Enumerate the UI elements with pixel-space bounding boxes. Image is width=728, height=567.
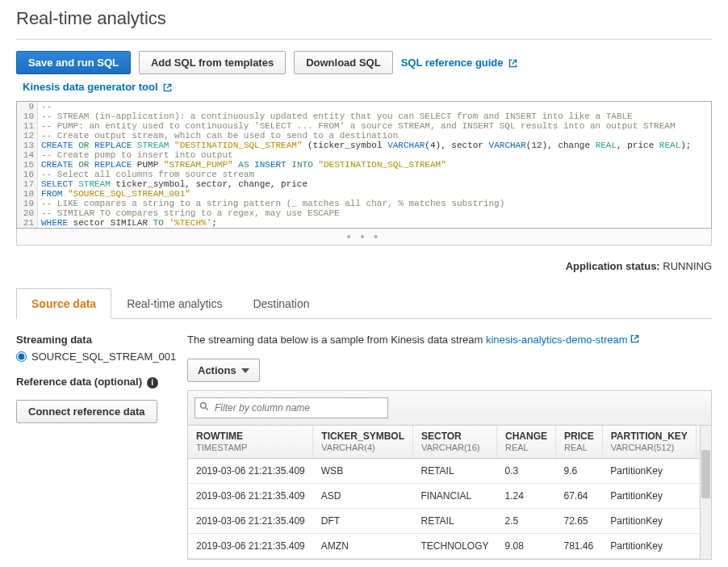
tabs: Source dataReal-time analyticsDestinatio…	[16, 288, 712, 319]
column-name: ROWTIME	[196, 430, 304, 442]
line-number: 21	[17, 218, 38, 228]
sql-editor[interactable]: 9--10-- STREAM (in-application): a conti…	[16, 101, 712, 229]
streaming-data-heading: Streaming data	[16, 334, 171, 346]
line-number: 17	[17, 179, 38, 189]
stream-radio-row[interactable]: SOURCE_SQL_STREAM_001	[16, 351, 171, 363]
column-header[interactable]: PRICEREAL	[556, 426, 603, 459]
column-name: CHANGE	[505, 430, 547, 442]
table-cell: WSB	[313, 459, 413, 484]
reference-data-label: Reference data (optional)	[16, 376, 142, 388]
page-title: Real-time analytics	[16, 8, 712, 29]
line-number: 9	[17, 102, 38, 111]
code-content[interactable]: CREATE OR REPLACE STREAM "DESTINATION_SQ…	[38, 141, 691, 150]
line-number: 19	[17, 199, 38, 208]
table-cell: RETAIL	[412, 459, 496, 484]
tab-destination[interactable]: Destination	[237, 288, 324, 318]
save-run-button[interactable]: Save and run SQL	[16, 51, 131, 74]
sample-description: The streaming data below is a sample fro…	[187, 334, 712, 346]
line-number: 16	[17, 170, 38, 179]
code-content[interactable]: CREATE OR REPLACE PUMP "STREAM_PUMP" AS …	[38, 160, 446, 170]
code-content[interactable]: -- LIKE compares a string to a string pa…	[38, 199, 504, 208]
svg-point-0	[201, 403, 207, 409]
editor-line[interactable]: 17SELECT STREAM ticker_symbol, sector, c…	[17, 179, 711, 189]
column-header[interactable]: CHANGEREAL	[497, 426, 556, 459]
demo-stream-label: kinesis-analytics-demo-stream	[486, 334, 628, 346]
editor-line[interactable]: 14-- Create pump to insert into output	[17, 150, 711, 160]
editor-line[interactable]: 21WHERE sector SIMILAR TO '%TECH%';	[17, 218, 711, 228]
table-cell: 2.5	[497, 509, 556, 534]
table-row[interactable]: 2019-03-06 21:21:35.409AMZNTECHNOLOGY9.0…	[188, 534, 711, 559]
column-header[interactable]: SECTORVARCHAR(16)	[412, 426, 496, 459]
table-cell: PartitionKey	[602, 534, 696, 559]
column-name: TICKER_SYMBOL	[321, 430, 404, 442]
editor-line[interactable]: 12-- Create output stream, which can be …	[17, 131, 711, 141]
application-status: Application status: RUNNING	[16, 260, 712, 272]
divider	[16, 39, 712, 40]
actions-dropdown[interactable]: Actions	[187, 359, 260, 382]
table-cell: TECHNOLOGY	[412, 534, 496, 559]
column-header[interactable]: TICKER_SYMBOLVARCHAR(4)	[313, 426, 413, 459]
actions-label: Actions	[198, 364, 236, 376]
editor-line[interactable]: 13CREATE OR REPLACE STREAM "DESTINATION_…	[17, 141, 711, 150]
search-icon	[199, 401, 209, 414]
demo-stream-link[interactable]: kinesis-analytics-demo-stream	[486, 334, 639, 346]
stream-name: SOURCE_SQL_STREAM_001	[31, 351, 176, 363]
toolbar: Save and run SQL Add SQL from templates …	[16, 51, 712, 74]
connect-reference-data-button[interactable]: Connect reference data	[16, 400, 157, 423]
table-cell: 9.08	[497, 534, 556, 559]
code-content[interactable]: -- STREAM (in-application): a continuous…	[38, 111, 633, 121]
code-content[interactable]: SELECT STREAM ticker_symbol, sector, cha…	[38, 179, 308, 189]
code-content[interactable]: -- Create output stream, which can be us…	[38, 131, 398, 141]
tab-real-time-analytics[interactable]: Real-time analytics	[111, 288, 237, 318]
filter-input[interactable]	[195, 397, 388, 418]
line-number: 12	[17, 131, 38, 141]
code-content[interactable]: -- Create pump to insert into output	[38, 150, 233, 160]
column-header[interactable]: PARTITION_KEYVARCHAR(512)	[602, 426, 696, 459]
download-sql-button[interactable]: Download SQL	[294, 51, 392, 74]
stream-radio[interactable]	[16, 351, 27, 362]
add-sql-templates-button[interactable]: Add SQL from templates	[139, 51, 286, 74]
code-content[interactable]: -- PUMP: an entity used to continuously …	[38, 121, 676, 131]
info-icon[interactable]: i	[147, 377, 158, 388]
table-cell: 67.64	[556, 484, 603, 509]
vertical-scrollbar[interactable]	[700, 426, 711, 559]
column-name: PARTITION_KEY	[611, 430, 688, 442]
table-cell: 9.6	[556, 459, 603, 484]
table-cell: 2019-03-06 21:21:35.409	[188, 459, 313, 484]
editor-line[interactable]: 20-- SIMILAR TO compares string to a reg…	[17, 208, 711, 218]
column-header[interactable]: ROWTIMETIMESTAMP	[188, 426, 313, 459]
kinesis-data-generator-link[interactable]: Kinesis data generator tool	[23, 81, 172, 93]
code-content[interactable]: -- SIMILAR TO compares string to a regex…	[38, 208, 340, 218]
editor-line[interactable]: 18FROM "SOURCE_SQL_STREAM_001"	[17, 189, 711, 199]
table-row[interactable]: 2019-03-06 21:21:35.409ASDFINANCIAL1.246…	[188, 484, 711, 509]
editor-line[interactable]: 10-- STREAM (in-application): a continuo…	[17, 111, 711, 121]
editor-line[interactable]: 15CREATE OR REPLACE PUMP "STREAM_PUMP" A…	[17, 160, 711, 170]
editor-line[interactable]: 9--	[17, 102, 711, 111]
column-type: VARCHAR(512)	[611, 443, 675, 452]
data-table: ROWTIMETIMESTAMPTICKER_SYMBOLVARCHAR(4)S…	[188, 426, 711, 559]
code-content[interactable]: -- Select all columns from source stream	[38, 170, 254, 179]
column-name: SECTOR	[421, 430, 488, 442]
table-cell: ASD	[313, 484, 413, 509]
sql-reference-link[interactable]: SQL reference guide	[401, 57, 518, 69]
data-grid: ROWTIMETIMESTAMPTICKER_SYMBOLVARCHAR(4)S…	[187, 390, 712, 560]
column-type: REAL	[564, 443, 588, 452]
reference-data-heading: Reference data (optional) i	[16, 376, 171, 388]
table-row[interactable]: 2019-03-06 21:21:35.409DFTRETAIL2.572.65…	[188, 509, 711, 534]
code-content[interactable]: FROM "SOURCE_SQL_STREAM_001"	[38, 189, 190, 199]
table-cell: PartitionKey	[602, 509, 696, 534]
table-cell: PartitionKey	[602, 459, 696, 484]
column-name: PRICE	[564, 430, 594, 442]
editor-line[interactable]: 11-- PUMP: an entity used to continuousl…	[17, 121, 711, 131]
table-cell: 2019-03-06 21:21:35.409	[188, 484, 313, 509]
editor-line[interactable]: 19-- LIKE compares a string to a string …	[17, 199, 711, 208]
tab-source-data[interactable]: Source data	[16, 288, 111, 319]
table-row[interactable]: 2019-03-06 21:21:35.409WSBRETAIL0.39.6Pa…	[188, 459, 711, 484]
code-content[interactable]: WHERE sector SIMILAR TO '%TECH%';	[38, 218, 217, 228]
editor-line[interactable]: 16-- Select all columns from source stre…	[17, 170, 711, 179]
code-content[interactable]: --	[38, 102, 52, 111]
scrollbar-thumb[interactable]	[701, 450, 710, 498]
status-label: Application status:	[566, 260, 660, 272]
resize-handle[interactable]: • • •	[16, 229, 712, 246]
table-cell: AMZN	[313, 534, 413, 559]
